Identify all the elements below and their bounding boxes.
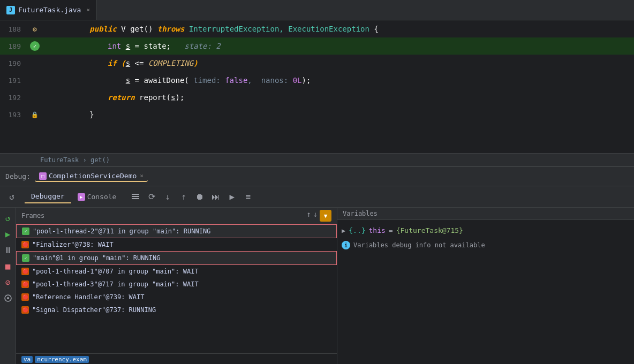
settings-button[interactable]: ≡ bbox=[240, 189, 255, 204]
frame-icon-1: 🔴 bbox=[21, 241, 29, 248]
frame-item-3[interactable]: 🔴 "pool-1-thread-1"@707 in group "main":… bbox=[16, 265, 337, 278]
step-into-button[interactable]: ↓ bbox=[160, 189, 175, 204]
frames-down-button[interactable]: ↓ bbox=[313, 210, 318, 222]
variables-title: Variables bbox=[337, 208, 634, 220]
step-out-button[interactable]: ↑ bbox=[176, 189, 191, 204]
code-line-192: 192 return report(s); bbox=[0, 89, 634, 106]
var-this-key: this bbox=[369, 226, 386, 234]
curly-brace: {..} bbox=[349, 226, 365, 234]
val-false: false bbox=[225, 76, 247, 85]
rerun-icon[interactable]: ↺ bbox=[2, 212, 14, 224]
variables-content: ▶ {..} this = {FutureTask@715} i Variabl… bbox=[337, 220, 634, 364]
svg-rect-0 bbox=[132, 194, 139, 195]
var-this-value: {FutureTask@715} bbox=[396, 226, 463, 234]
session-close-button[interactable]: × bbox=[140, 172, 144, 179]
mute-icon[interactable]: ⊘ bbox=[2, 276, 14, 288]
frame-icon-5: 🔴 bbox=[21, 293, 29, 301]
debug-info-row: i Variables debug info not available bbox=[342, 241, 630, 249]
collapsed-hint-bar: va ncurrency.exam bbox=[16, 353, 337, 364]
settings2-icon[interactable] bbox=[2, 292, 14, 304]
debug-label: Debug: bbox=[5, 172, 31, 180]
frame-label-3: "pool-1-thread-1"@707 in group "main": W… bbox=[32, 268, 199, 275]
info-icon: i bbox=[342, 241, 350, 249]
info-text: Variables debug info not available bbox=[353, 241, 485, 249]
pause-icon[interactable]: ⏸ bbox=[2, 244, 14, 256]
breadcrumb-text: FutureTask › get() bbox=[40, 156, 110, 164]
closing-brace: } bbox=[72, 110, 94, 119]
line-number-191: 191 bbox=[0, 77, 29, 85]
collapsed-ncurrency: ncurrency.exam bbox=[35, 356, 89, 363]
debug-content: ↺ ▶ ⏸ ■ ⊘ Frames ↑ ↓ ▼ ✓ bbox=[0, 208, 634, 364]
line-number-188: 188 bbox=[0, 25, 29, 33]
frame-label-2: "main"@1 in group "main": RUNNING bbox=[33, 254, 160, 262]
frame-item-6[interactable]: 🔴 "Signal Dispatcher"@737: RUNNING bbox=[16, 304, 337, 316]
tab-close-button[interactable]: × bbox=[86, 6, 90, 13]
settings-svg bbox=[4, 294, 12, 302]
line-gutter-188: ⚙ bbox=[29, 25, 40, 33]
debug-session-tab[interactable]: □ CompletionServiceDemo × bbox=[35, 171, 148, 182]
session-icon: □ bbox=[39, 172, 47, 180]
line-number-190: 190 bbox=[0, 59, 29, 67]
console-icon: ▶ bbox=[78, 193, 85, 201]
filter-button[interactable]: ▼ bbox=[320, 210, 331, 222]
debug-left-sidebar: ↺ ▶ ⏸ ■ ⊘ bbox=[0, 208, 16, 364]
frames-up-button[interactable]: ↑ bbox=[306, 210, 311, 222]
stop-icon[interactable]: ■ bbox=[2, 260, 14, 272]
frame-item-2[interactable]: ✓ "main"@1 in group "main": RUNNING bbox=[16, 251, 337, 265]
debug-icon: ⚙ bbox=[33, 25, 37, 33]
restart-button[interactable]: ↺ bbox=[4, 189, 19, 204]
frame-label-6: "Signal Dispatcher"@737: RUNNING bbox=[32, 306, 156, 314]
tab-bar: J FutureTask.java × bbox=[0, 0, 634, 20]
evaluate-button[interactable]: ▶ bbox=[224, 189, 239, 204]
frame-icon-6: 🔴 bbox=[21, 306, 29, 314]
svg-rect-2 bbox=[132, 198, 139, 199]
java-file-icon: J bbox=[6, 6, 15, 14]
file-tab[interactable]: J FutureTask.java × bbox=[0, 0, 97, 20]
session-name: CompletionServiceDemo bbox=[49, 172, 137, 180]
frame-item-4[interactable]: 🔴 "pool-1-thread-3"@717 in group "main":… bbox=[16, 278, 337, 291]
frames-icon bbox=[131, 193, 140, 201]
step-over-button[interactable]: ⟳ bbox=[144, 189, 159, 204]
frame-item-5[interactable]: 🔴 "Reference Handler"@739: WAIT bbox=[16, 291, 337, 304]
frames-controls: ↑ ↓ ▼ bbox=[306, 210, 331, 222]
line-number-193: 193 bbox=[0, 111, 29, 119]
paren-semi: ); bbox=[302, 76, 311, 85]
frames-header: Frames ↑ ↓ ▼ bbox=[16, 208, 337, 224]
var-arrow: ▶ bbox=[342, 227, 345, 234]
breadcrumb: FutureTask › get() bbox=[0, 153, 634, 166]
report-call: report( bbox=[135, 93, 171, 102]
frame-item-1[interactable]: 🔴 "Finalizer"@738: WAIT bbox=[16, 238, 337, 251]
debug-toolbar: ↺ Debugger ▶ Console ⟳ ↓ ↑ ⏺ ⏭ ▶ ≡ bbox=[0, 186, 634, 208]
tab-console[interactable]: ▶ Console bbox=[71, 191, 123, 203]
code-content-193: } bbox=[40, 89, 94, 140]
debug-panel: Debug: □ CompletionServiceDemo × ↺ Debug… bbox=[0, 166, 634, 364]
resume-icon[interactable]: ▶ bbox=[2, 228, 14, 240]
frame-icon-0: ✓ bbox=[22, 228, 29, 235]
frame-item-0[interactable]: ✓ "pool-1-thread-2"@711 in group "main":… bbox=[16, 224, 337, 238]
var-equals: = bbox=[389, 226, 393, 234]
line-number-192: 192 bbox=[0, 94, 29, 102]
line-gutter-193: 🔒 bbox=[29, 111, 40, 118]
show-frames-button[interactable] bbox=[128, 189, 143, 204]
svg-point-4 bbox=[7, 297, 9, 299]
tab-filename: FutureTask.java bbox=[18, 6, 81, 14]
param-nanos: , nanos: bbox=[247, 76, 292, 85]
tab-debugger[interactable]: Debugger bbox=[25, 190, 71, 203]
val-0l: 0L bbox=[293, 76, 302, 85]
frame-label-5: "Reference Handler"@739: WAIT bbox=[32, 293, 145, 301]
lock-icon: 🔒 bbox=[31, 111, 39, 118]
svg-rect-1 bbox=[132, 196, 139, 197]
run-to-cursor-button[interactable]: ⏺ bbox=[192, 189, 207, 204]
debug-header: Debug: □ CompletionServiceDemo × bbox=[0, 167, 634, 186]
action-buttons: ⟳ ↓ ↑ ⏺ ⏭ ▶ ≡ bbox=[128, 189, 255, 204]
frames-list: ✓ "pool-1-thread-2"@711 in group "main":… bbox=[16, 224, 337, 353]
variables-panel: Variables ▶ {..} this = {FutureTask@715}… bbox=[337, 208, 634, 364]
frame-icon-2: ✓ bbox=[22, 254, 29, 262]
frame-icon-4: 🔴 bbox=[21, 280, 29, 288]
console-label: Console bbox=[87, 193, 117, 201]
breakpoint-check-189: ✓ bbox=[30, 41, 40, 51]
frames-panel: Frames ↑ ↓ ▼ ✓ "pool-1-thread-2"@711 in … bbox=[16, 208, 337, 364]
force-step-into-button[interactable]: ⏭ bbox=[208, 189, 223, 204]
close-paren-semi: ); bbox=[175, 93, 184, 102]
param-timed: timed: bbox=[189, 76, 225, 85]
